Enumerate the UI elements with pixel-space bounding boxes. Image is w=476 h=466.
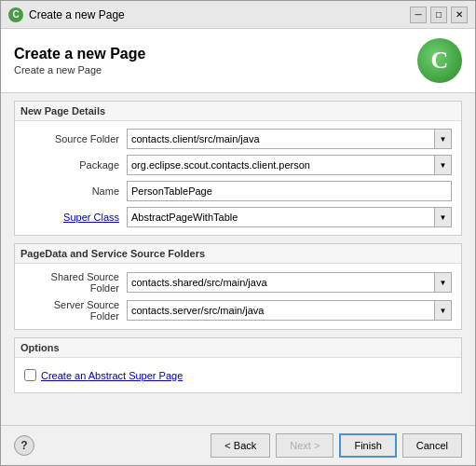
source-folder-label: Source Folder xyxy=(24,133,127,144)
cancel-button[interactable]: Cancel xyxy=(402,433,462,458)
abstract-super-page-checkbox[interactable] xyxy=(24,369,36,381)
server-source-folder-row: Server Source Folder ▼ xyxy=(24,299,452,322)
window: C Create a new Page ─ □ ✕ Create a new P… xyxy=(0,0,476,466)
abstract-super-page-label: Create an Abstract Super Page xyxy=(41,370,183,381)
shared-source-folder-dropdown-button[interactable]: ▼ xyxy=(435,272,452,293)
source-folder-row: Source Folder ▼ xyxy=(24,129,452,149)
server-source-folder-input[interactable] xyxy=(127,300,435,321)
next-button[interactable]: Next > xyxy=(276,433,333,458)
package-dropdown-button[interactable]: ▼ xyxy=(435,155,452,175)
source-folder-dropdown-button[interactable]: ▼ xyxy=(435,129,452,149)
window-title: Create a new Page xyxy=(29,8,125,21)
finish-button[interactable]: Finish xyxy=(339,433,396,458)
server-source-folder-input-wrap: ▼ xyxy=(127,300,452,321)
super-class-dropdown-button[interactable]: ▼ xyxy=(435,207,452,227)
header-logo: C xyxy=(417,38,462,83)
header-title: Create a new Page xyxy=(14,46,145,62)
title-bar-controls: ─ □ ✕ xyxy=(410,7,468,23)
title-bar-left: C Create a new Page xyxy=(8,7,125,22)
back-button[interactable]: < Back xyxy=(211,433,270,458)
name-input[interactable] xyxy=(127,181,452,201)
header-subtitle: Create a new Page xyxy=(14,64,145,75)
footer: ? < Back Next > Finish Cancel xyxy=(1,425,475,465)
header-text: Create a new Page Create a new Page xyxy=(14,46,145,75)
package-row: Package ▼ xyxy=(24,155,452,175)
options-section: Options Create an Abstract Super Page xyxy=(14,337,462,393)
close-button[interactable]: ✕ xyxy=(451,7,468,23)
minimize-button[interactable]: ─ xyxy=(410,7,427,23)
options-body: Create an Abstract Super Page xyxy=(15,358,461,392)
new-page-details-section: New Page Details Source Folder ▼ Package… xyxy=(14,101,462,236)
shared-source-folder-row: Shared Source Folder ▼ xyxy=(24,271,452,294)
footer-right: < Back Next > Finish Cancel xyxy=(211,433,462,458)
options-title: Options xyxy=(15,338,461,358)
abstract-super-page-row: Create an Abstract Super Page xyxy=(24,365,452,385)
server-source-folder-dropdown-button[interactable]: ▼ xyxy=(435,300,452,321)
content: New Page Details Source Folder ▼ Package… xyxy=(1,93,475,425)
abstract-super-page-link[interactable]: Abstract Super Page xyxy=(88,370,184,381)
title-bar: C Create a new Page ─ □ ✕ xyxy=(1,1,475,29)
name-input-wrap xyxy=(127,181,452,201)
header: Create a new Page Create a new Page C xyxy=(1,29,475,93)
package-label: Package xyxy=(24,159,127,171)
shared-source-folder-input[interactable] xyxy=(127,272,435,293)
pagedata-source-section: PageData and Service Source Folders Shar… xyxy=(14,243,462,330)
maximize-button[interactable]: □ xyxy=(430,7,447,23)
super-class-row: Super Class ▼ xyxy=(24,207,452,227)
package-input[interactable] xyxy=(127,155,435,175)
source-folder-input-wrap: ▼ xyxy=(127,129,452,149)
window-icon: C xyxy=(8,7,23,22)
name-label: Name xyxy=(24,185,127,197)
super-class-input-wrap: ▼ xyxy=(127,207,452,227)
new-page-details-body: Source Folder ▼ Package ▼ Name xyxy=(15,121,461,235)
server-source-folder-label: Server Source Folder xyxy=(24,299,127,322)
pagedata-source-body: Shared Source Folder ▼ Server Source Fol… xyxy=(15,264,461,329)
new-page-details-title: New Page Details xyxy=(15,102,461,121)
super-class-label[interactable]: Super Class xyxy=(24,212,127,223)
name-row: Name xyxy=(24,181,452,201)
source-folder-input[interactable] xyxy=(127,129,435,149)
footer-left: ? xyxy=(14,435,34,456)
pagedata-source-title: PageData and Service Source Folders xyxy=(15,244,461,264)
shared-source-folder-label: Shared Source Folder xyxy=(24,271,127,294)
shared-source-folder-input-wrap: ▼ xyxy=(127,272,452,293)
package-input-wrap: ▼ xyxy=(127,155,452,175)
super-class-input[interactable] xyxy=(127,207,435,227)
help-button[interactable]: ? xyxy=(14,435,34,456)
